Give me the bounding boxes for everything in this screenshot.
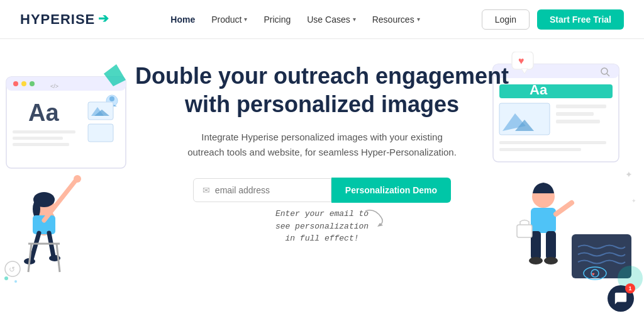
svg-text:♥: ♥ (518, 55, 525, 66)
svg-rect-13 (13, 130, 75, 133)
nav-item-home[interactable]: Home (164, 11, 201, 28)
chevron-down-icon-2: ▾ (353, 16, 356, 23)
svg-rect-45 (556, 112, 594, 116)
nav-actions: Login Start Free Trial (482, 9, 624, 30)
chat-icon (614, 292, 628, 305)
svg-rect-62 (517, 225, 532, 237)
arrow-decoration (362, 208, 387, 227)
handwritten-note: Enter your email to see personalization … (275, 208, 369, 245)
svg-text:↺: ↺ (9, 265, 15, 274)
nav-item-usecases[interactable]: Use Cases ▾ (301, 11, 362, 28)
hero-subtitle: Integrate Hyperise personalized images w… (184, 130, 460, 160)
nav-link-product[interactable]: Product ▾ (205, 11, 253, 28)
left-illustration: </> Aa (0, 58, 157, 291)
navbar: HYPERISE ➔ Home Product ▾ Pricing Use Ca… (0, 0, 644, 39)
svg-rect-10 (88, 124, 113, 142)
svg-text:✦: ✦ (631, 198, 636, 204)
login-button[interactable]: Login (482, 9, 530, 30)
hero-form: ✉ Personalization Demo (193, 178, 451, 203)
chevron-down-icon: ▾ (244, 16, 247, 23)
svg-rect-59 (546, 231, 556, 259)
svg-rect-44 (556, 105, 606, 108)
svg-rect-48 (499, 148, 581, 151)
demo-button[interactable]: Personalization Demo (331, 178, 451, 203)
logo-arrow-icon: ➔ (98, 11, 109, 26)
svg-point-3 (21, 81, 26, 86)
svg-text:✦: ✦ (625, 169, 633, 179)
svg-point-23 (74, 175, 81, 183)
svg-rect-47 (499, 141, 606, 144)
svg-point-7 (109, 96, 114, 101)
email-icon: ✉ (203, 185, 210, 195)
svg-text:</>: </> (50, 83, 58, 89)
svg-point-34 (14, 280, 17, 283)
svg-point-4 (30, 81, 35, 86)
nav-link-usecases[interactable]: Use Cases ▾ (301, 11, 362, 28)
svg-point-60 (529, 257, 543, 264)
chat-widget[interactable]: 1 (608, 285, 634, 312)
svg-text:Aa: Aa (530, 82, 548, 98)
brand-name: HYPERISE (20, 11, 95, 28)
nav-item-resources[interactable]: Resources ▾ (366, 11, 426, 28)
svg-point-33 (4, 276, 8, 280)
nav-item-pricing[interactable]: Pricing (257, 11, 297, 28)
svg-rect-39 (499, 84, 613, 98)
svg-point-2 (13, 81, 18, 86)
svg-text:♥: ♥ (592, 271, 595, 277)
svg-line-63 (556, 203, 572, 214)
nav-link-home[interactable]: Home (164, 11, 201, 28)
svg-point-20 (33, 200, 40, 218)
nav-link-resources[interactable]: Resources ▾ (366, 11, 426, 28)
email-input-wrap: ✉ (193, 178, 331, 202)
svg-rect-15 (13, 143, 69, 146)
hero-title: Double your outreach engagement with per… (135, 62, 509, 118)
svg-text:Aa: Aa (28, 99, 59, 126)
nav-link-pricing[interactable]: Pricing (257, 11, 297, 28)
start-trial-button[interactable]: Start Free Trial (537, 9, 624, 30)
svg-rect-46 (556, 120, 600, 123)
nav-links: Home Product ▾ Pricing Use Cases ▾ Resou… (164, 11, 426, 28)
svg-rect-14 (13, 137, 63, 140)
hero-section: </> Aa (0, 39, 644, 318)
chevron-down-icon-3: ▾ (417, 16, 420, 23)
svg-point-61 (544, 257, 558, 264)
email-input[interactable] (215, 185, 316, 195)
logo[interactable]: HYPERISE ➔ (20, 11, 109, 28)
svg-rect-57 (531, 208, 556, 233)
nav-item-product[interactable]: Product ▾ (205, 11, 253, 28)
svg-line-24 (31, 233, 39, 259)
chat-notification-badge: 1 (625, 283, 635, 293)
